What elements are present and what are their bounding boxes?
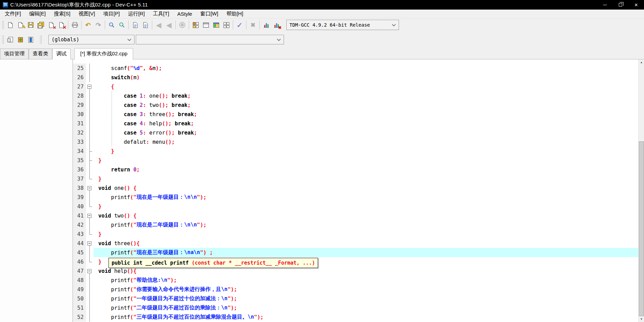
- toolbar-grip-2[interactable]: [2, 35, 4, 44]
- side-tab-调试[interactable]: 调试: [52, 48, 71, 59]
- compiler-select[interactable]: TDM-GCC 4.9.2 64-bit Release: [286, 20, 399, 30]
- chevron-down-icon: [277, 37, 281, 42]
- fold-toggle[interactable]: [86, 266, 94, 276]
- fold-toggle[interactable]: [86, 82, 94, 91]
- save-all-icon[interactable]: [36, 20, 46, 30]
- close-icon[interactable]: ✕: [46, 20, 56, 30]
- menu-item[interactable]: 编辑[E]: [25, 10, 50, 18]
- remove-from-project-icon[interactable]: [26, 34, 36, 45]
- code-line[interactable]: case 2: two(); break;: [94, 100, 638, 110]
- code-line[interactable]: void two() {: [94, 211, 638, 220]
- token: ");: [228, 296, 237, 302]
- new-icon[interactable]: [5, 20, 15, 30]
- forward-icon[interactable]: ◀: [164, 20, 174, 30]
- members-select[interactable]: [136, 35, 284, 44]
- menu-item[interactable]: AStyle: [173, 10, 196, 18]
- code-line[interactable]: switch(m): [94, 73, 638, 82]
- menu-item[interactable]: 项目[P]: [99, 10, 124, 18]
- code-line[interactable]: printf("现在是二年级题目：\n\n");: [94, 220, 638, 229]
- code-row-52: 52 printf("三年级题目为不超过百位的加减乘除混合题目。\n");: [73, 312, 638, 322]
- undo-icon[interactable]: ↶: [83, 20, 93, 30]
- line-number: 35: [73, 156, 86, 165]
- compile-and-run-icon[interactable]: [211, 20, 221, 30]
- close-button[interactable]: ✕: [628, 0, 644, 10]
- code-row-40: 40}: [73, 202, 638, 211]
- code-line[interactable]: printf("帮助信息:\n");: [94, 276, 638, 285]
- menu-item[interactable]: 运行[R]: [124, 10, 149, 18]
- code-line[interactable]: return 0;: [94, 165, 638, 174]
- fold-line: [86, 303, 94, 312]
- scroll-down-arrow[interactable]: ▼: [639, 316, 644, 322]
- code-row-30: 30 case 3: three(); break;: [73, 110, 638, 119]
- code-editor[interactable]: 25 scanf("%d", &m);26 switch(m)27 {28 ca…: [73, 59, 638, 322]
- redo-icon[interactable]: ↷: [93, 20, 103, 30]
- toolbar-grip[interactable]: [2, 20, 4, 29]
- vertical-scrollbar[interactable]: ▲ ▼: [638, 59, 644, 322]
- menu-item[interactable]: 窗口[W]: [196, 10, 223, 18]
- pause-icon[interactable]: =: [177, 20, 187, 30]
- code-line[interactable]: case 3: three(); break;: [94, 110, 638, 119]
- code-line[interactable]: printf("一年级题目为不超过十位的加减法：\n");: [94, 294, 638, 303]
- toolbar-grip-3[interactable]: [40, 35, 42, 44]
- find-next-icon[interactable]: [130, 20, 140, 30]
- run-icon[interactable]: [201, 20, 211, 30]
- code-line[interactable]: printf("现在是三年级题目：\na\n") ;: [94, 248, 638, 257]
- side-tab-项目管理[interactable]: 项目管理: [0, 48, 29, 59]
- minimize-button[interactable]: [597, 0, 613, 10]
- token: one: [146, 93, 159, 99]
- project-panel[interactable]: [0, 59, 73, 322]
- compile-icon[interactable]: [190, 20, 201, 30]
- save-icon[interactable]: [26, 20, 36, 30]
- menu-item[interactable]: 视图[V]: [74, 10, 99, 18]
- fold-toggle[interactable]: [86, 211, 94, 220]
- close-all-icon[interactable]: ✕: [56, 20, 67, 30]
- new-unit-icon[interactable]: [5, 34, 15, 45]
- find-icon[interactable]: [106, 20, 117, 30]
- code-line[interactable]: case 5: error(); break;: [94, 128, 638, 137]
- menu-item[interactable]: 帮助[H]: [222, 10, 247, 18]
- rebuild-all-icon[interactable]: [221, 20, 231, 30]
- menu-item[interactable]: 工具[T]: [149, 10, 173, 18]
- code-line[interactable]: printf("现在是一年级题目：\n\n");: [94, 193, 638, 202]
- open-icon[interactable]: ✎: [15, 20, 26, 30]
- code-row-39: 39 printf("现在是一年级题目：\n\n");: [73, 193, 638, 202]
- side-panel-tabs: 项目管理查看类调试: [0, 48, 73, 59]
- code-line[interactable]: void three(){: [94, 239, 638, 248]
- print-icon[interactable]: [70, 20, 80, 30]
- code-line[interactable]: case 4: help(); break;: [94, 119, 638, 128]
- goto-line-icon[interactable]: [140, 20, 151, 30]
- side-tab-查看类[interactable]: 查看类: [29, 48, 52, 59]
- menu-item[interactable]: 文件[F]: [1, 10, 25, 18]
- scrollbar-thumb[interactable]: [639, 141, 644, 316]
- maximize-button[interactable]: [613, 0, 628, 10]
- code-line[interactable]: }: [94, 146, 638, 156]
- fold-toggle[interactable]: [86, 183, 94, 193]
- editor-tab[interactable]: [*] 寒假大作战02.cpp: [74, 48, 133, 59]
- globals-select[interactable]: (globals): [48, 35, 134, 44]
- token: case: [124, 102, 137, 108]
- code-line[interactable]: scanf("%d", &m);: [94, 64, 638, 73]
- profile-analysis-icon[interactable]: [261, 20, 271, 30]
- code-line[interactable]: }: [94, 156, 638, 165]
- code-line[interactable]: printf("三年级题目为不超过百位的加减乘除混合题目。\n");: [94, 312, 638, 322]
- menu-item[interactable]: 搜索[S]: [50, 10, 74, 18]
- replace-icon[interactable]: [117, 20, 127, 30]
- scroll-up-arrow[interactable]: ▲: [639, 59, 644, 65]
- code-line[interactable]: }: [94, 202, 638, 211]
- abort-compilation-icon[interactable]: ✖: [248, 20, 258, 30]
- code-line[interactable]: {: [94, 82, 638, 91]
- token: [206, 250, 210, 256]
- code-line[interactable]: printf("二年级题目为不超过百位的乘除法：\n");: [94, 303, 638, 312]
- add-to-project-icon[interactable]: [15, 34, 26, 45]
- code-line[interactable]: }: [94, 229, 638, 239]
- code-line[interactable]: defalut: menu();: [94, 137, 638, 146]
- fold-toggle[interactable]: [86, 239, 94, 248]
- code-line[interactable]: void one() {: [94, 183, 638, 193]
- syntax-check-icon[interactable]: ✓: [234, 20, 245, 30]
- code-line[interactable]: }: [94, 174, 638, 183]
- fold-line: [86, 146, 94, 156]
- code-line[interactable]: case 1: one(); break;: [94, 91, 638, 100]
- code-line[interactable]: printf("你需要输入命令代号来进行操作，且\n");: [94, 285, 638, 294]
- back-icon[interactable]: ◀: [154, 20, 164, 30]
- delete-profiling-icon[interactable]: ✖: [271, 20, 282, 30]
